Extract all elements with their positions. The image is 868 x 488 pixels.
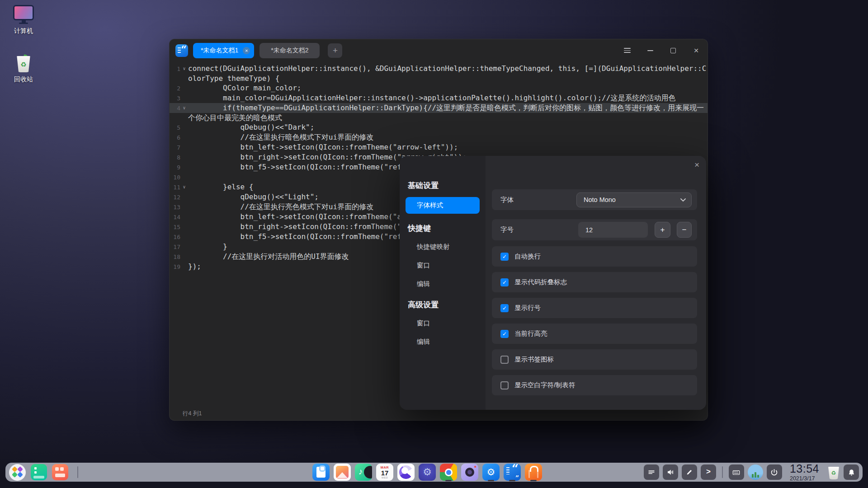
camera-icon[interactable] [461, 464, 478, 481]
settings-nav-item[interactable]: 快捷键 [400, 217, 486, 238]
settings-nav-label: 窗口 [417, 262, 430, 269]
font-family-dropdown[interactable]: Noto Mono [576, 192, 692, 207]
settings-nav-label: 窗口 [417, 319, 430, 327]
tab-close-icon[interactable]: × [243, 47, 250, 54]
desktop-icon-computer[interactable]: 计算机 [6, 5, 41, 35]
app-store-icon[interactable] [525, 464, 542, 481]
settings-nav-label: 编辑 [417, 338, 430, 345]
time-text: 13:54 [790, 463, 819, 474]
settings-nav-label: 基础设置 [408, 181, 439, 190]
check-icon: ✓ [502, 279, 507, 286]
settings-nav-item[interactable]: 高级设置 [400, 293, 486, 314]
calendar-icon[interactable]: MAR 17 WED [376, 464, 393, 481]
settings-nav-item[interactable]: 窗口 [400, 256, 486, 275]
screen-capture-icon[interactable] [682, 465, 697, 480]
font-size-input[interactable]: 12 [578, 222, 648, 238]
tab-document-2[interactable]: *未命名文档2 [259, 43, 320, 58]
multitasking-view-icon[interactable] [52, 464, 68, 480]
check-icon: ✓ [502, 331, 507, 337]
minimize-button[interactable] [646, 47, 654, 55]
fold-arrow-icon[interactable]: ∨ [180, 182, 188, 192]
file-manager-icon[interactable] [312, 464, 330, 481]
checkbox[interactable]: ✓ [500, 381, 509, 389]
desktop: 计算机 ♻ 回收站 “ *未命名文档1 × *未命名文档2 + [0, 0, 868, 488]
checkbox[interactable]: ✓ [500, 278, 509, 286]
launcher-icon[interactable] [9, 464, 26, 481]
settings-nav-item[interactable]: 基础设置 [400, 174, 486, 195]
code-row[interactable]: ∨ 个你心目中最完美的暗色模式 [170, 113, 708, 122]
line-number [170, 74, 180, 74]
menu-icon[interactable] [623, 47, 631, 55]
album-icon[interactable] [334, 464, 351, 481]
code-row[interactable]: 5 ∨ qDebug()<<"Dark"; [170, 122, 708, 132]
checkbox-label: 自动换行 [514, 252, 541, 261]
settings-nav-label: 高级设置 [408, 300, 439, 309]
line-number: 17 [170, 242, 180, 252]
code-row[interactable]: 1 ∨ connect(DGuiApplicationHelper::insta… [170, 64, 708, 74]
settings-nav-item[interactable]: 窗口 [400, 314, 486, 333]
line-number: 6 [170, 132, 180, 142]
browser-icon[interactable] [397, 464, 415, 481]
settings-checkbox-row[interactable]: ✓ 显示行号 [492, 298, 697, 318]
control-center-icon[interactable]: ⚙ [482, 464, 500, 481]
maximize-button[interactable] [669, 47, 677, 55]
settings-nav-item[interactable]: 编辑 [400, 275, 486, 293]
clock[interactable]: 13:54 2021/3/17 [790, 463, 819, 482]
code-row[interactable]: 3 ∨ main_color=DGuiApplicationHelper::in… [170, 93, 708, 103]
onboard-keyboard-icon[interactable] [729, 465, 744, 480]
close-button[interactable]: × [692, 47, 700, 55]
code-text: connect(DGuiApplicationHelper::instance(… [188, 64, 708, 73]
settings-checkbox-row[interactable]: ✓ 显示空白字符/制表符 [492, 375, 697, 395]
code-row[interactable]: 7 ∨ btn_left->setIcon(QIcon::fromTheme("… [170, 142, 708, 152]
checkbox[interactable]: ✓ [500, 356, 509, 364]
checkbox[interactable]: ✓ [500, 330, 509, 338]
tab-document-1[interactable]: *未命名文档1 × [193, 43, 254, 58]
text-editor-icon[interactable]: “” [504, 464, 521, 481]
trash-tray-icon[interactable]: ♻ [827, 465, 840, 480]
power-icon[interactable] [767, 465, 782, 480]
running-indicator [509, 480, 515, 481]
volume-icon[interactable] [663, 465, 678, 480]
checkbox[interactable]: ✓ [500, 253, 509, 261]
font-size-decrease-button[interactable]: − [677, 222, 692, 238]
fold-arrow-icon[interactable]: ∨ [180, 64, 188, 73]
launchpad-icon[interactable] [31, 464, 47, 480]
code-row[interactable]: ∨ olorType themeType) { [170, 74, 708, 83]
new-tab-button[interactable]: + [328, 43, 342, 58]
code-row[interactable]: 2 ∨ QColor main_color; [170, 83, 708, 93]
window-controls: × [623, 47, 700, 55]
dialog-close-icon[interactable]: × [694, 160, 699, 170]
settings-nav-label: 快捷键 [408, 224, 431, 233]
editor-app-icon: “ [175, 44, 188, 57]
desktop-icon-label: 回收站 [6, 75, 41, 84]
code-row[interactable]: 6 ∨ //在这里执行暗色模式下对ui界面的修改 [170, 132, 708, 142]
settings-checkbox-row[interactable]: ✓ 自动换行 [492, 246, 697, 267]
fold-arrow-icon[interactable]: ∨ [180, 103, 188, 113]
line-number: 2 [170, 83, 180, 93]
font-family-row: 字体 Noto Mono [492, 189, 697, 210]
code-row[interactable]: 4 ∨ if(themeType==DGuiApplicationHelper:… [170, 103, 708, 113]
tray-collapse-icon[interactable]: > [701, 465, 716, 480]
settings-checkbox-row[interactable]: ✓ 显示书签图标 [492, 349, 697, 370]
settings-nav-item[interactable]: 字体样式 [406, 197, 480, 214]
system-monitor-icon[interactable] [748, 465, 763, 480]
music-icon[interactable]: ♪ [355, 464, 372, 481]
titlebar[interactable]: “ *未命名文档1 × *未命名文档2 + × [170, 39, 708, 61]
settings-nav-item[interactable]: 快捷键映射 [400, 238, 486, 256]
line-number: 16 [170, 232, 180, 242]
settings-checkbox-row[interactable]: ✓ 当前行高亮 [492, 324, 697, 344]
desktop-icon-trash[interactable]: ♻ 回收站 [6, 53, 41, 84]
settings-nav-item[interactable]: 编辑 [400, 333, 486, 351]
running-indicator [530, 480, 537, 481]
font-family-value: Noto Mono [584, 196, 616, 203]
line-number: 14 [170, 212, 180, 222]
code-text: qDebug()<<"Dark"; [188, 122, 708, 132]
line-number: 3 [170, 93, 180, 103]
settings-gear-app-icon[interactable]: ⚙ [419, 464, 436, 481]
settings-checkbox-row[interactable]: ✓ 显示代码折叠标志 [492, 272, 697, 292]
font-size-increase-button[interactable]: + [655, 222, 670, 238]
keyboard-layout-icon[interactable] [644, 465, 659, 480]
notification-bell-icon[interactable] [844, 465, 859, 480]
chrome-icon[interactable] [440, 464, 457, 481]
checkbox[interactable]: ✓ [500, 304, 509, 312]
